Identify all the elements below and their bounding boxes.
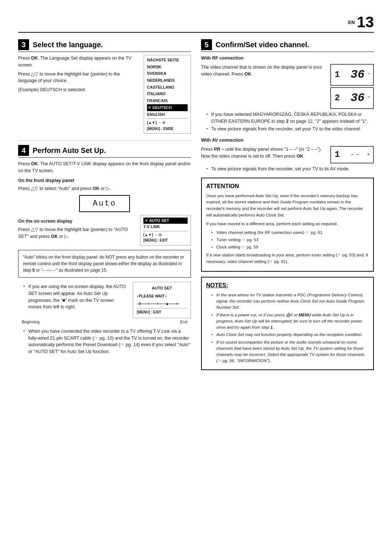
- step5-rf-body1: The video channel that is shown on the d…: [201, 64, 327, 78]
- notes-item2: If there is a power cut, or if you press…: [211, 312, 369, 331]
- autoset-progress-bar: –0——•——+——■——+–: [137, 301, 187, 307]
- lang-item-7: FRANCAIS: [147, 97, 188, 104]
- av-ch-box: 1 – – »: [330, 146, 374, 163]
- step4-bullet-list: When you have connected the video record…: [18, 328, 191, 355]
- end-label: End: [180, 319, 187, 325]
- step4-note-text: If you are using the on-screen display, …: [18, 282, 126, 312]
- lang-item-1: NÄCHSTE SEITE: [147, 57, 188, 64]
- autoset-title: AUTO SET: [137, 285, 187, 291]
- page-number: 13: [357, 15, 374, 30]
- step5-section: 5 Confirm/Set video channel. With RF con…: [201, 39, 374, 370]
- av-ch-number: 1: [335, 148, 340, 161]
- step3-para3: (Example) DEUTSCH is selected.: [18, 86, 136, 93]
- step4-front-panel-header: On the front display panel: [18, 177, 191, 184]
- step4-bullet1: When you have connected the video record…: [23, 328, 191, 355]
- step4-onscreen-area: On the on-screen display Press △▽ to mov…: [18, 215, 191, 246]
- lang-item-5: CASTELLANO: [147, 84, 188, 91]
- step4-number: 4: [18, 145, 29, 156]
- notes-title: NOTES:: [206, 281, 369, 290]
- main-columns: 3 Select the language. Press OK. The Lan…: [18, 39, 374, 377]
- step5-rf-text: The video channel that is shown on the d…: [201, 64, 327, 80]
- step3-title: Select the language.: [33, 41, 103, 49]
- warning-text: "Auto" blinks on the front display panel…: [23, 255, 184, 273]
- step3-para1: Press OK. The Language Set display appea…: [18, 55, 136, 69]
- ch1-ticks: ʻ: [367, 72, 369, 78]
- ch2-ticks: ʻ: [367, 95, 369, 101]
- step5-av-header: With AV connection: [201, 137, 374, 144]
- warning-box: "Auto" blinks on the front display panel…: [18, 250, 191, 278]
- attention-bullet3: Clock setting ☞ pg. 59: [211, 244, 369, 250]
- page-header: EN 13: [18, 15, 374, 33]
- en-label: EN: [348, 20, 355, 25]
- step5-av-row: Press PR – until the display panel shows…: [201, 146, 374, 163]
- step5-av-bullets: To view picture signals from the recorde…: [201, 166, 374, 173]
- onscreen-item-tvlink: T-V LINK: [143, 224, 188, 230]
- step5-header: 5 Confirm/Set video channel.: [201, 39, 374, 52]
- step3-para2: Press △▽ to move the highlight bar (poin…: [18, 71, 136, 85]
- step5-rf-row: The video channel that is shown on the d…: [201, 64, 374, 109]
- ch-box-1: 1 36 ʻ: [330, 64, 374, 86]
- attention-text: Once you have performed Auto Set Up, eve…: [206, 193, 369, 265]
- step4-onscreen-header: On the on-screen display: [18, 218, 134, 225]
- step4-title: Perform Auto Set Up.: [33, 146, 106, 155]
- lang-item-9: ENGLISH: [147, 111, 188, 118]
- step3-number: 3: [18, 39, 29, 50]
- onscreen-footer: [▲▼] → ⊙[MENU] : EXIT: [143, 231, 188, 243]
- beginning-label: Beginning: [22, 319, 40, 325]
- step4-front-panel-text: Press △▽ to select "Auto" and press OK o…: [18, 185, 191, 192]
- notes-item1: In the area where no TV station transmit…: [211, 292, 369, 311]
- attention-para2: If you have moved to a different area, p…: [206, 221, 369, 227]
- attention-footer: If a new station starts broadcasting in …: [206, 252, 369, 265]
- step5-av-body1: Press PR – until the display panel shows…: [201, 146, 327, 160]
- autoset-please-wait: › PLEASE WAIT ‹: [137, 293, 187, 299]
- onscreen-box: ☞ AUTO SET T-V LINK [▲▼] → ⊙[MENU] : EXI…: [140, 215, 191, 246]
- step4-note-item1: If you are using the on-screen display, …: [23, 283, 126, 311]
- step3-section: 3 Select the language. Press OK. The Lan…: [18, 39, 191, 134]
- notes-text: In the area where no TV station transmit…: [206, 292, 369, 364]
- ch1-number: 1: [335, 68, 340, 81]
- step5-av-text: Press PR – until the display panel shows…: [201, 146, 327, 162]
- ch2-number: 2: [335, 92, 340, 105]
- lang-item-3: SVENSKA: [147, 70, 188, 77]
- lang-item-2: NORSK: [147, 64, 188, 70]
- step3-text: Press OK. The Language Set display appea…: [18, 55, 136, 96]
- step5-channel-displays: 1 36 ʻ 2 36 ʻ: [330, 64, 374, 109]
- autoset-box: AUTO SET › PLEASE WAIT ‹ –0——•——+——■——+–…: [133, 282, 191, 318]
- page-container: EN 13 3 Select the language. Press OK. T…: [0, 0, 392, 391]
- attention-bullet2: Tuner setting ☞ pg. 53: [211, 237, 369, 243]
- av-ticks: »: [367, 152, 369, 157]
- auto-display: Auto: [79, 195, 130, 212]
- attention-bullet1: Video channel setting (for RF connection…: [211, 230, 369, 236]
- step3-content: Press OK. The Language Set display appea…: [18, 55, 191, 134]
- step5-rf-bullet1: If you have selected MAGYARORSZÁG, ČESKÁ…: [206, 111, 374, 125]
- autoset-footer: [MENU] : EXIT: [137, 308, 187, 315]
- step4-onscreen-text: On the on-screen display Press △▽ to mov…: [18, 215, 134, 242]
- step5-av-displays: 1 – – »: [330, 146, 374, 163]
- lang-item-4: NEDERLANDS: [147, 77, 188, 84]
- attention-title: ATTENTION: [206, 182, 369, 191]
- step3-body: Press OK. The Language Set display appea…: [18, 55, 191, 134]
- step4-onscreen-body: Press △▽ to move the highlight bar (poin…: [18, 226, 134, 240]
- step5-rf-bullets: If you have selected MAGYARORSZÁG, ČESKÁ…: [201, 111, 374, 133]
- onscreen-item-selected: ☞ AUTO SET: [143, 218, 188, 224]
- notes-box: NOTES: In the area where no TV station t…: [201, 277, 374, 370]
- notes-item4: If no sound accompanies the picture or t…: [211, 339, 369, 364]
- av-ch-value: – –: [348, 151, 359, 158]
- step5-title: Confirm/Set video channel.: [216, 41, 309, 49]
- step3-header: 3 Select the language.: [18, 39, 191, 52]
- attention-para1: Once you have performed Auto Set Up, eve…: [206, 193, 369, 219]
- attention-box: ATTENTION Once you have performed Auto S…: [201, 178, 374, 272]
- notes-item3: Auto Clock Set may not function properly…: [211, 332, 369, 338]
- lang-item-selected: ☞ DEUTSCH: [147, 104, 188, 111]
- step5-rf-bullet2: To view picture signals from the recorde…: [206, 126, 374, 133]
- step4-note-list: If you are using the on-screen display, …: [18, 283, 126, 311]
- notes-list: In the area where no TV station transmit…: [206, 292, 369, 364]
- step4-note-box: If you are using the on-screen display, …: [18, 282, 191, 318]
- language-box: NÄCHSTE SEITE NORSK SVENSKA NEDERLANDS C…: [144, 55, 191, 134]
- step5-number: 5: [201, 39, 212, 50]
- step4-para1: Press OK. The AUTO SET/T-V LINK display …: [18, 161, 191, 174]
- step4-section: 4 Perform Auto Set Up. Press OK. The AUT…: [18, 145, 191, 355]
- step5-body: With RF connection The video channel tha…: [201, 55, 374, 370]
- step4-header: 4 Perform Auto Set Up.: [18, 145, 191, 158]
- step5-rf-header: With RF connection: [201, 55, 374, 62]
